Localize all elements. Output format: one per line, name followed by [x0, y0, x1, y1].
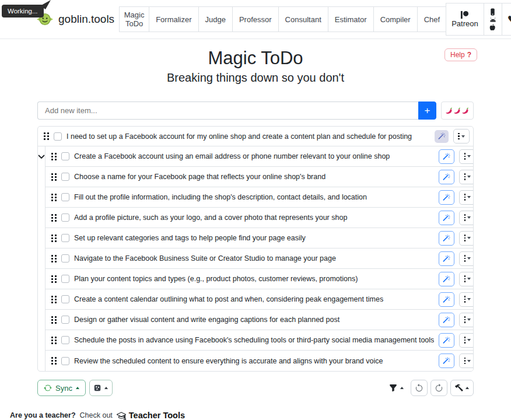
favorites-button[interactable]: ♥: [502, 3, 511, 36]
drag-handle-icon[interactable]: [51, 153, 57, 160]
chevron-down-icon: [38, 155, 45, 159]
row-menu-button[interactable]: [459, 170, 474, 184]
subtask-text[interactable]: Create a content calendar outlining what…: [74, 295, 434, 303]
magic-wand-button[interactable]: [439, 272, 454, 286]
magic-wand-button[interactable]: [439, 354, 454, 368]
add-item-input[interactable]: [37, 102, 418, 120]
drag-handle-icon[interactable]: [51, 357, 57, 365]
sync-refresh-icon: [44, 384, 52, 392]
magic-wand-button[interactable]: [439, 231, 454, 246]
patreon-label: Patreon: [452, 19, 478, 28]
subtask-checkbox[interactable]: [61, 295, 69, 303]
row-menu-button[interactable]: [459, 149, 474, 164]
title-section: Magic ToDo Help ? Breaking things down s…: [37, 48, 474, 85]
export-button[interactable]: [89, 380, 113, 396]
subtask-text[interactable]: Choose a name for your Facebook page tha…: [74, 173, 434, 181]
sync-button[interactable]: Sync: [37, 380, 86, 396]
tab-compiler[interactable]: Compiler: [373, 6, 418, 32]
subtask-checkbox[interactable]: [61, 152, 69, 160]
row-menu-button[interactable]: [459, 251, 474, 266]
magic-wand-button[interactable]: [439, 333, 454, 348]
filter-funnel-icon: [389, 384, 397, 392]
magic-wand-button[interactable]: [439, 313, 454, 327]
row-menu-button[interactable]: [459, 190, 474, 205]
teacher-tools-link[interactable]: Teacher Tools: [117, 411, 185, 420]
tab-formalizer[interactable]: Formalizer: [149, 6, 198, 32]
sync-label: Sync: [55, 384, 72, 393]
subtask-text[interactable]: Plan your content topics and types (e.g.…: [74, 275, 434, 283]
redo-button[interactable]: [430, 380, 447, 396]
subtask-checkbox[interactable]: [61, 234, 69, 242]
mobile-apps-button[interactable]: [484, 3, 502, 36]
row-menu-button[interactable]: [459, 231, 474, 246]
subtask-text[interactable]: Add a profile picture, such as your logo…: [74, 214, 434, 222]
brand[interactable]: goblin.tools: [36, 12, 114, 26]
subtask-text[interactable]: Fill out the profile information, includ…: [74, 193, 434, 201]
subtask-checkbox[interactable]: [61, 254, 69, 262]
tab-estimator[interactable]: Estimator: [328, 6, 374, 32]
subtask-row: Plan your content topics and types (e.g.…: [46, 269, 474, 289]
row-menu-button[interactable]: [459, 354, 474, 368]
tab-consultant[interactable]: Consultant: [278, 6, 328, 32]
main-task-checkbox[interactable]: [54, 132, 62, 141]
undo-button[interactable]: [411, 380, 428, 396]
subtask-text[interactable]: Schedule the posts in advance using Face…: [74, 336, 434, 344]
add-item-input-group: +: [37, 102, 436, 120]
todo-main-row: I need to set up a Facebook account for …: [38, 127, 473, 146]
subtask-text[interactable]: Create a Facebook account using an email…: [74, 152, 434, 160]
magic-wand-icon: [443, 275, 450, 283]
drag-handle-icon[interactable]: [51, 255, 57, 262]
row-menu-button[interactable]: [459, 211, 474, 225]
subtask-row: Schedule the posts in advance using Face…: [46, 330, 474, 351]
main-task-text[interactable]: I need to set up a Facebook account for …: [66, 132, 430, 141]
filter-button[interactable]: [385, 384, 408, 392]
tab-professor[interactable]: Professor: [232, 6, 279, 32]
subtask-checkbox[interactable]: [61, 357, 69, 365]
tools-button[interactable]: [450, 380, 474, 396]
drag-handle-icon[interactable]: [51, 275, 57, 283]
help-button[interactable]: Help ?: [444, 48, 477, 61]
magic-wand-button[interactable]: [439, 190, 454, 205]
drag-handle-icon[interactable]: [51, 235, 57, 242]
magic-wand-button[interactable]: [439, 251, 454, 266]
magic-wand-button[interactable]: [439, 170, 454, 184]
drag-handle-icon[interactable]: [51, 173, 57, 181]
subtask-checkbox[interactable]: [61, 275, 69, 283]
patreon-button[interactable]: Patreon: [446, 3, 484, 36]
row-menu-button[interactable]: [453, 129, 470, 144]
drag-handle-icon[interactable]: [51, 316, 57, 324]
row-menu-button[interactable]: [459, 272, 474, 286]
magic-wand-button[interactable]: [439, 149, 454, 164]
drag-handle-icon[interactable]: [51, 296, 57, 303]
subtask-checkbox[interactable]: [61, 173, 69, 181]
subtask-checkbox[interactable]: [61, 193, 69, 201]
subtask-checkbox[interactable]: [61, 336, 69, 344]
subtask-text[interactable]: Set up relevant categories and tags to h…: [74, 234, 434, 242]
subtask-checkbox[interactable]: [61, 214, 69, 222]
tab-judge[interactable]: Judge: [198, 6, 233, 32]
spiciness-button[interactable]: [441, 102, 474, 120]
question-mark-icon: ?: [467, 51, 471, 59]
subtask-text[interactable]: Review the scheduled content to ensure e…: [74, 357, 434, 365]
subtask-text[interactable]: Design or gather visual content and writ…: [74, 316, 434, 324]
row-menu-button[interactable]: [459, 333, 474, 348]
collapse-toggle-button[interactable]: [38, 152, 45, 161]
nav-tab-label: Professor: [239, 15, 272, 24]
drag-handle-icon[interactable]: [44, 132, 49, 140]
teacher-question: Are you a teacher?: [10, 411, 76, 419]
tab-magic-todo[interactable]: Magic ToDo: [119, 6, 149, 32]
magic-wand-button[interactable]: [439, 292, 454, 307]
subtask-text[interactable]: Navigate to the Facebook Business Suite …: [74, 254, 434, 262]
pepper-icon: [445, 106, 453, 115]
subtask-list: Create a Facebook account using an email…: [45, 146, 474, 371]
caret-down-icon: [467, 237, 471, 239]
row-menu-button[interactable]: [459, 313, 474, 327]
drag-handle-icon[interactable]: [51, 194, 57, 201]
drag-handle-icon[interactable]: [51, 337, 57, 344]
row-menu-button[interactable]: [459, 292, 474, 307]
subtask-checkbox[interactable]: [61, 316, 69, 324]
magic-wand-button[interactable]: [439, 211, 454, 225]
tab-chef[interactable]: Chef: [417, 6, 447, 32]
drag-handle-icon[interactable]: [51, 214, 57, 222]
add-item-button[interactable]: +: [418, 102, 436, 120]
